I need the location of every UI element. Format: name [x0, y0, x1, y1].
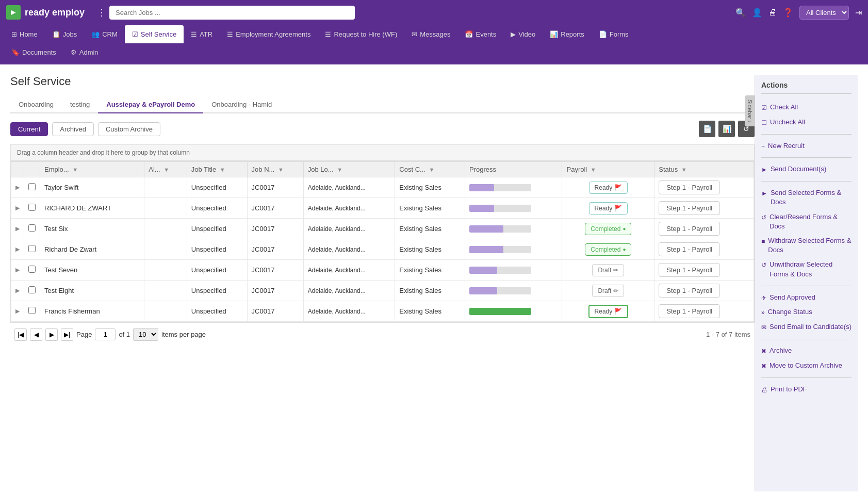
payroll-badge[interactable]: Ready 🚩 — [588, 305, 629, 318]
user-icon[interactable]: 👤 — [752, 8, 762, 18]
row-select-checkbox[interactable] — [28, 307, 36, 314]
jobloc-filter-icon[interactable]: ▼ — [337, 167, 342, 173]
search-dots[interactable]: ⋮ — [97, 7, 107, 18]
action-print-pdf[interactable]: 🖨 Print to PDF — [761, 382, 851, 397]
nav-employment-agreements[interactable]: ☰Employment Agreements — [220, 25, 318, 43]
status-filter-icon[interactable]: ▼ — [681, 167, 687, 173]
tab-onboarding[interactable]: Onboarding — [10, 96, 62, 113]
step-payroll-button[interactable]: Step 1 - Payroll — [659, 304, 720, 318]
action-unwithdraw[interactable]: ↺ Unwithdraw Selected Forms & Docs — [761, 257, 851, 281]
nav-home[interactable]: ⊞Home — [4, 25, 45, 43]
tab-aussiepay[interactable]: Aussiepay & ePayroll Demo — [98, 96, 203, 113]
payroll-badge[interactable]: Draft ✏ — [592, 285, 624, 297]
step-payroll-button[interactable]: Step 1 - Payroll — [659, 284, 720, 298]
tab-testing[interactable]: testing — [62, 96, 98, 113]
step-payroll-button[interactable]: Step 1 - Payroll — [659, 242, 720, 256]
filter-custom-archive[interactable]: Custom Archive — [98, 122, 160, 136]
employee-filter-icon[interactable]: ▼ — [72, 167, 78, 173]
row-payroll[interactable]: Completed ● — [562, 219, 654, 239]
nav-jobs[interactable]: 📋Jobs — [45, 25, 84, 43]
payroll-badge[interactable]: Ready 🚩 — [589, 182, 628, 194]
filter-current[interactable]: Current — [10, 122, 48, 136]
action-new-recruit[interactable]: + New Recruit — [761, 139, 851, 154]
nav-documents[interactable]: 🔖Documents — [4, 43, 63, 61]
payroll-badge[interactable]: Ready 🚩 — [589, 202, 628, 215]
action-change-status[interactable]: » Change Status — [761, 305, 851, 320]
nav-request-to-hire[interactable]: ☰Request to Hire (WF) — [318, 25, 404, 43]
nav-messages[interactable]: ✉Messages — [404, 25, 457, 43]
row-checkbox-cell[interactable] — [24, 219, 40, 239]
nav-admin[interactable]: ⚙Admin — [63, 43, 106, 61]
row-checkbox-cell[interactable] — [24, 301, 40, 322]
row-payroll[interactable]: Draft ✏ — [562, 281, 654, 301]
print-icon[interactable]: 🖨 — [768, 8, 777, 17]
nav-events[interactable]: 📅Events — [457, 25, 503, 43]
help-icon[interactable]: ❓ — [783, 8, 793, 18]
nav-atr[interactable]: ☰ATR — [184, 25, 220, 43]
th-status[interactable]: Status ▼ — [654, 162, 754, 177]
nav-forms[interactable]: 📄Forms — [592, 25, 636, 43]
th-payroll[interactable]: Payroll ▼ — [562, 162, 654, 177]
th-job-number[interactable]: Job N... ▼ — [247, 162, 303, 177]
per-page-select[interactable]: 10 25 50 — [133, 328, 158, 341]
th-cost-centre[interactable]: Cost C... ▼ — [395, 162, 465, 177]
action-send-email[interactable]: ✉ Send Email to Candidate(s) — [761, 320, 851, 335]
action-send-approved[interactable]: ✈ Send Approved — [761, 290, 851, 305]
action-withdraw[interactable]: ■ Withdraw Selected Forms & Docs — [761, 234, 851, 257]
row-payroll[interactable]: Ready 🚩 — [562, 198, 654, 219]
action-archive[interactable]: ✖ Archive — [761, 343, 851, 358]
row-payroll[interactable]: Ready 🚩 — [562, 177, 654, 198]
jobtitle-filter-icon[interactable]: ▼ — [220, 167, 225, 173]
nav-self-service[interactable]: ☑Self Service — [125, 25, 184, 43]
row-checkbox-cell[interactable] — [24, 177, 40, 198]
payroll-badge[interactable]: Completed ● — [585, 223, 631, 235]
row-checkbox-cell[interactable] — [24, 281, 40, 301]
row-status[interactable]: Step 1 - Payroll — [654, 219, 754, 239]
action-send-document[interactable]: ► Send Document(s) — [761, 162, 851, 177]
payroll-badge[interactable]: Completed ● — [585, 243, 631, 256]
page-next-button[interactable]: ▶ — [45, 328, 58, 341]
search-input[interactable] — [109, 6, 355, 20]
action-send-forms[interactable]: ► Send Selected Forms & Docs — [761, 186, 851, 209]
step-payroll-button[interactable]: Step 1 - Payroll — [659, 263, 720, 277]
action-uncheck-all[interactable]: ☐ Uncheck All — [761, 115, 851, 130]
row-expand[interactable]: ▶ — [11, 301, 24, 322]
client-selector[interactable]: All Clients — [799, 6, 849, 20]
nav-video[interactable]: ▶Video — [503, 25, 543, 43]
nav-crm[interactable]: 👥CRM — [84, 25, 125, 43]
row-status[interactable]: Step 1 - Payroll — [654, 260, 754, 281]
row-select-checkbox[interactable] — [28, 245, 36, 252]
search-icon[interactable]: 🔍 — [735, 8, 746, 18]
th-al[interactable]: Al... ▼ — [144, 162, 187, 177]
page-last-button[interactable]: ▶| — [61, 328, 73, 341]
row-expand[interactable]: ▶ — [11, 281, 24, 301]
row-expand[interactable]: ▶ — [11, 198, 24, 219]
payroll-filter-icon[interactable]: ▼ — [591, 167, 596, 173]
page-number-input[interactable] — [95, 328, 116, 340]
row-select-checkbox[interactable] — [28, 266, 36, 273]
row-payroll[interactable]: Completed ● — [562, 239, 654, 260]
step-payroll-button[interactable]: Step 1 - Payroll — [659, 222, 720, 236]
tab-onboarding-hamid[interactable]: Onboarding - Hamid — [203, 96, 280, 113]
row-expand[interactable]: ▶ — [11, 260, 24, 281]
row-payroll[interactable]: Ready 🚩 — [562, 301, 654, 322]
th-employee[interactable]: Emplo... ▼ — [40, 162, 144, 177]
row-checkbox-cell[interactable] — [24, 239, 40, 260]
row-expand[interactable]: ▶ — [11, 219, 24, 239]
payroll-badge[interactable]: Draft ✏ — [592, 264, 624, 276]
row-expand[interactable]: ▶ — [11, 177, 24, 198]
row-status[interactable]: Step 1 - Payroll — [654, 281, 754, 301]
jobnum-filter-icon[interactable]: ▼ — [278, 167, 284, 173]
row-status[interactable]: Step 1 - Payroll — [654, 301, 754, 322]
filter-archived[interactable]: Archived — [52, 122, 94, 136]
row-checkbox-cell[interactable] — [24, 198, 40, 219]
row-select-checkbox[interactable] — [28, 183, 36, 190]
step-payroll-button[interactable]: Step 1 - Payroll — [659, 201, 720, 215]
action-clear-resend[interactable]: ↺ Clear/Resend Forms & Docs — [761, 210, 851, 234]
page-first-button[interactable]: |◀ — [14, 328, 27, 341]
row-status[interactable]: Step 1 - Payroll — [654, 177, 754, 198]
row-status[interactable]: Step 1 - Payroll — [654, 198, 754, 219]
row-checkbox-cell[interactable] — [24, 260, 40, 281]
row-select-checkbox[interactable] — [28, 224, 36, 232]
row-select-checkbox[interactable] — [28, 204, 36, 211]
